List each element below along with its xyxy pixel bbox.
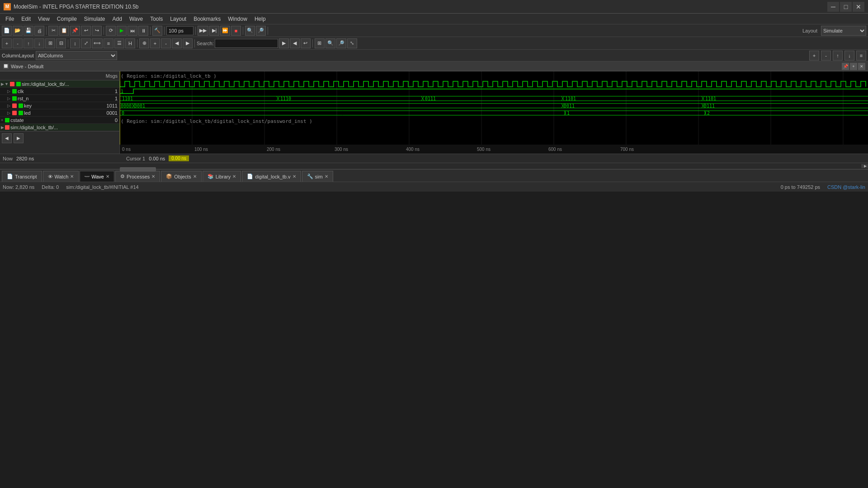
signal-row-cstate[interactable]: + cstate 0 xyxy=(0,117,119,124)
menu-help[interactable]: Help xyxy=(251,14,269,24)
zoom-full-btn[interactable]: ⤡ xyxy=(347,38,357,48)
wave-next[interactable]: ▶ xyxy=(183,38,193,48)
zoom-fit-btn[interactable]: ⊞ xyxy=(315,38,325,48)
wave-prev[interactable]: ◀ xyxy=(172,38,182,48)
step-button[interactable]: ⏭ xyxy=(127,26,137,36)
signal-row-root[interactable]: ▶ ▼ sim:/digital_lock_tb/... xyxy=(0,80,119,88)
wave-close-button[interactable]: ✕ xyxy=(858,63,865,70)
copy-button[interactable]: 📋 xyxy=(59,26,69,36)
compile-button[interactable]: 🔨 xyxy=(152,26,162,36)
signal-row-key[interactable]: ▷ key 1011 xyxy=(0,102,119,109)
tab-library[interactable]: 📚 Library ✕ xyxy=(203,171,241,182)
col-up[interactable]: ↑ xyxy=(833,51,843,61)
tab-wave-close[interactable]: ✕ xyxy=(106,174,109,179)
run-button[interactable]: ▶ xyxy=(117,26,127,36)
wave-gate-btn[interactable]: ≡ xyxy=(104,38,113,48)
search-input[interactable] xyxy=(215,39,278,48)
zoom-out3[interactable]: 🔎 xyxy=(336,38,346,48)
search-prev-btn[interactable]: ◀ xyxy=(290,38,300,48)
tab-processes-close[interactable]: ✕ xyxy=(151,174,155,179)
hscrollbar-right-btn[interactable]: ▶ xyxy=(862,164,868,168)
time-input[interactable] xyxy=(166,26,193,35)
wave-cursor-btn[interactable]: ↕ xyxy=(70,38,80,48)
menu-add[interactable]: Add xyxy=(109,14,126,24)
signal-row-clk[interactable]: ▷ clk 1 xyxy=(0,88,119,95)
menu-bookmarks[interactable]: Bookmarks xyxy=(190,14,224,24)
wave-zoom-in[interactable]: 🔍 xyxy=(245,26,255,36)
wave-expand[interactable]: ⊞ xyxy=(45,38,55,48)
undo-button[interactable]: ↩ xyxy=(81,26,91,36)
hscrollbar[interactable]: ▶ xyxy=(0,163,868,169)
run-step-button[interactable]: ⏩ xyxy=(220,26,230,36)
restore-button[interactable]: □ xyxy=(840,2,852,12)
columnlayout-select[interactable]: AllColumns xyxy=(36,51,117,60)
tab-wave[interactable]: 〰 Wave ✕ xyxy=(80,171,114,182)
tab-objects[interactable]: 📦 Objects ✕ xyxy=(161,171,201,182)
tab-digital-lock-close[interactable]: ✕ xyxy=(292,174,296,179)
signal-panel-btn2[interactable]: ▶ xyxy=(14,133,24,143)
waveform-area[interactable] xyxy=(120,71,868,145)
wave-pin-button[interactable]: 📌 xyxy=(842,63,849,70)
wave-move-up[interactable]: ↑ xyxy=(24,38,33,48)
tab-transcript[interactable]: 📄 Transcript xyxy=(2,171,42,182)
zoom-in3[interactable]: 🔍 xyxy=(326,38,335,48)
wave-zoom-in2[interactable]: + xyxy=(150,38,160,48)
tab-sim-close[interactable]: ✕ xyxy=(325,174,328,179)
paste-button[interactable]: 📌 xyxy=(70,26,80,36)
close-button[interactable]: ✕ xyxy=(853,2,864,12)
menu-view[interactable]: View xyxy=(34,14,53,24)
run-all-button[interactable]: ▶▶ xyxy=(198,26,208,36)
wave-maximize-button[interactable]: + xyxy=(850,63,857,70)
menu-compile[interactable]: Compile xyxy=(53,14,80,24)
signals-list[interactable]: ▶ ▼ sim:/digital_lock_tb/... ▷ clk 1 ▷ r… xyxy=(0,80,119,131)
search-go-btn[interactable]: ▶ xyxy=(279,38,289,48)
signal-panel-btn1[interactable]: ◀ xyxy=(2,133,12,143)
signal-row-subroot[interactable]: ▶ sim:/digital_lock_tb/... xyxy=(0,124,119,131)
tab-digital-lock-tb[interactable]: 📄 digital_lock_tb.v ✕ xyxy=(242,171,301,182)
wave-zoom-out[interactable]: 🔎 xyxy=(256,26,266,36)
menu-file[interactable]: File xyxy=(2,14,18,24)
menu-wave[interactable]: Wave xyxy=(126,14,146,24)
tab-library-close[interactable]: ✕ xyxy=(232,174,236,179)
open-button[interactable]: 📂 xyxy=(13,26,23,36)
wave-move-down[interactable]: ↓ xyxy=(34,38,44,48)
wave-add-button[interactable]: + xyxy=(2,38,12,48)
tab-watch-close[interactable]: ✕ xyxy=(70,174,74,179)
signal-row-led[interactable]: ▷ led 0001 xyxy=(0,109,119,117)
col-down[interactable]: ↓ xyxy=(844,51,854,61)
stop-button[interactable]: ■ xyxy=(231,26,241,36)
minimize-button[interactable]: ─ xyxy=(827,2,839,12)
col-format[interactable]: ≡ xyxy=(856,51,866,61)
search-back-btn[interactable]: ↩ xyxy=(301,38,311,48)
menu-window[interactable]: Window xyxy=(224,14,251,24)
col-remove[interactable]: - xyxy=(821,51,831,61)
tab-processes[interactable]: ⚙ Processes ✕ xyxy=(115,171,160,182)
wave-remove-button[interactable]: - xyxy=(13,38,23,48)
tab-objects-close[interactable]: ✕ xyxy=(193,174,197,179)
tab-watch[interactable]: 👁 Watch ✕ xyxy=(43,171,79,182)
run-100-button[interactable]: ▶| xyxy=(209,26,219,36)
menu-edit[interactable]: Edit xyxy=(18,14,34,24)
restart-button[interactable]: ⟳ xyxy=(106,26,116,36)
save-button[interactable]: 💾 xyxy=(24,26,33,36)
menu-layout[interactable]: Layout xyxy=(166,14,190,24)
new-button[interactable]: 📄 xyxy=(2,26,12,36)
wave-measure-btn[interactable]: ⟺ xyxy=(92,38,103,48)
wave-hex-btn[interactable]: H xyxy=(125,38,135,48)
break-button[interactable]: ⏸ xyxy=(138,26,148,36)
waveform-canvas[interactable] xyxy=(120,71,868,145)
wave-zoom-btn[interactable]: ⤢ xyxy=(81,38,91,48)
print-button[interactable]: 🖨 xyxy=(34,26,44,36)
menu-tools[interactable]: Tools xyxy=(146,14,166,24)
cut-button[interactable]: ✂ xyxy=(48,26,58,36)
wave-zoom-out2[interactable]: - xyxy=(161,38,171,48)
redo-button[interactable]: ↪ xyxy=(92,26,102,36)
wave-collapse[interactable]: ⊟ xyxy=(56,38,66,48)
signal-row-rstn[interactable]: ▷ rst_n 1 xyxy=(0,95,119,102)
tab-sim[interactable]: 🔧 sim ✕ xyxy=(302,171,333,182)
wave-fit-btn[interactable]: ⊕ xyxy=(139,38,149,48)
col-add[interactable]: + xyxy=(809,51,819,61)
menu-simulate[interactable]: Simulate xyxy=(80,14,109,24)
hscrollbar-thumb[interactable] xyxy=(120,167,156,172)
layout-select[interactable]: Simulate xyxy=(821,26,866,36)
